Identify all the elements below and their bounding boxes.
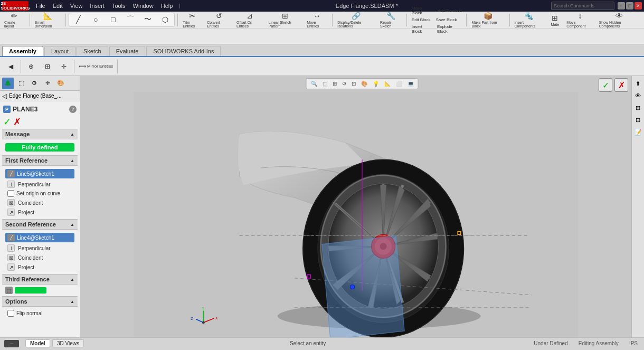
maximize-button[interactable]: □ bbox=[626, 2, 633, 10]
svg-text:Y: Y bbox=[202, 306, 204, 311]
vp-grid-btn[interactable]: ⬚ bbox=[320, 80, 329, 88]
accept-button[interactable]: ✓ bbox=[3, 116, 11, 128]
right-icon-3[interactable]: ⊞ bbox=[633, 102, 643, 113]
perpendicular-constraint-2[interactable]: ⊥ Perpendicular bbox=[5, 243, 74, 253]
viewport[interactable]: 🔍 ⬚ ⊞ ↺ ⊡ 🎨 💡 📐 ⬜ 💻 ✓ ✗ bbox=[80, 76, 644, 337]
arc-btn[interactable]: ⌒ bbox=[122, 14, 139, 26]
tab-assembly[interactable]: Assembly bbox=[2, 46, 43, 56]
vp-measure-btn[interactable]: 📐 bbox=[382, 80, 393, 88]
menu-window[interactable]: Window bbox=[130, 2, 157, 10]
sketch-snap-btn[interactable]: ⊕ bbox=[24, 62, 39, 71]
vp-zoom-btn[interactable]: 🔍 bbox=[309, 80, 319, 88]
offset-sketch-btn[interactable]: ⊞ Linear Sketch Pattern bbox=[267, 11, 304, 29]
float-cancel-button[interactable]: ✗ bbox=[614, 78, 628, 92]
convert-btn[interactable]: ↺ Convert Entities bbox=[205, 11, 233, 29]
status-dots: ··· bbox=[4, 340, 19, 347]
first-ref-header[interactable]: First Reference ▲ bbox=[2, 155, 78, 166]
rect-btn[interactable]: □ bbox=[105, 14, 121, 25]
make-part-btn[interactable]: 📦 Make Part from Block bbox=[469, 11, 506, 29]
model-tab[interactable]: Model bbox=[25, 339, 50, 347]
third-ref-chevron: ▲ bbox=[70, 277, 74, 282]
menu-view[interactable]: View bbox=[67, 2, 86, 10]
make-block-btn[interactable]: Make Block bbox=[410, 5, 435, 16]
float-accept-button[interactable]: ✓ bbox=[599, 78, 612, 92]
right-icon-4[interactable]: ⊡ bbox=[633, 115, 643, 125]
project-constraint-1[interactable]: ↗ Project bbox=[5, 207, 74, 217]
edit-block-btn[interactable]: Edit Block bbox=[410, 16, 433, 23]
perpendicular-icon-2: ⊥ bbox=[7, 244, 15, 252]
coincident-icon-1: ⊠ bbox=[7, 199, 15, 206]
second-ref-label: Second Reference bbox=[5, 221, 56, 228]
vp-monitor-btn[interactable]: 💻 bbox=[405, 80, 416, 88]
minimize-button[interactable]: − bbox=[618, 2, 625, 10]
under-defined-status: Under Defined bbox=[532, 340, 570, 346]
vp-section-btn[interactable]: ⊞ bbox=[330, 80, 339, 88]
menu-edit[interactable]: Edit bbox=[50, 2, 66, 10]
mate-btn[interactable]: ⊞ Mate bbox=[546, 13, 563, 27]
feature-tree-icon[interactable]: 🌲 bbox=[2, 78, 14, 89]
perpendicular-label-1: Perpendicular bbox=[18, 182, 51, 187]
repair-sketch-btn[interactable]: 🔧 Repair Sketch bbox=[378, 11, 404, 29]
3d-views-tab[interactable]: 3D Views bbox=[52, 339, 84, 347]
insert-comp-label: Insert Components bbox=[514, 21, 543, 28]
insert-block-btn[interactable]: Insert Block bbox=[410, 23, 434, 35]
spline-btn[interactable]: 〜 bbox=[139, 14, 156, 26]
vp-light-btn[interactable]: 💡 bbox=[371, 80, 381, 88]
menu-tools[interactable]: Tools bbox=[109, 2, 129, 10]
add-remove-btn[interactable]: Add/Remove bbox=[436, 7, 464, 14]
circle-btn[interactable]: ○ bbox=[87, 14, 104, 25]
project-constraint-2[interactable]: ↗ Project bbox=[5, 262, 74, 272]
set-origin-checkbox[interactable] bbox=[7, 190, 14, 197]
help-icon[interactable]: ? bbox=[69, 106, 77, 113]
mirror-entities-btn[interactable]: ⟺ Mirror Entities bbox=[77, 63, 115, 70]
property-manager-icon[interactable]: ⬚ bbox=[15, 78, 27, 89]
polygon-btn[interactable]: ⬡ bbox=[157, 14, 174, 25]
second-ref-header[interactable]: Second Reference ▲ bbox=[2, 219, 78, 230]
vp-rotate-btn[interactable]: ↺ bbox=[340, 80, 348, 88]
smart-dimension-btn[interactable]: 📐 Smart Dimension bbox=[33, 11, 63, 29]
sketch-grid-btn[interactable]: ⊞ bbox=[40, 62, 55, 71]
menu-help[interactable]: Help bbox=[158, 2, 176, 10]
right-icon-2[interactable]: 👁 bbox=[633, 90, 643, 101]
tab-addins[interactable]: SOLIDWORKS Add-Ins bbox=[146, 46, 221, 56]
offset-on-btn[interactable]: ⊿ Offset On Entities bbox=[234, 11, 266, 29]
add-relation-btn[interactable]: ✛ bbox=[56, 62, 71, 71]
show-hidden-btn[interactable]: 👁 Show Hidden Components bbox=[597, 11, 642, 29]
save-block-btn[interactable]: Save Block bbox=[433, 16, 459, 23]
menu-file[interactable]: File bbox=[33, 2, 49, 10]
close-button[interactable]: ✕ bbox=[634, 2, 642, 10]
menu-insert[interactable]: Insert bbox=[87, 2, 108, 10]
move-component-btn[interactable]: ↕ Move Component bbox=[564, 11, 595, 29]
vp-color-btn[interactable]: 🎨 bbox=[359, 80, 370, 88]
right-icon-5[interactable]: 📝 bbox=[633, 127, 643, 137]
perpendicular-label-2: Perpendicular bbox=[18, 245, 51, 251]
vp-view-btn[interactable]: ⊡ bbox=[349, 80, 358, 88]
move-entities-btn[interactable]: ↔ Move Entities bbox=[305, 11, 329, 29]
render-area: X Y Z bbox=[80, 92, 631, 337]
vp-display-btn[interactable]: ⬜ bbox=[394, 80, 404, 88]
options-section-header[interactable]: Options ▲ bbox=[2, 296, 78, 307]
exit-sketch-btn[interactable]: ◀ bbox=[3, 62, 18, 71]
tab-layout[interactable]: Layout bbox=[44, 46, 75, 56]
right-icon-1[interactable]: ⬆ bbox=[633, 78, 643, 89]
display-delete-btn[interactable]: 🔗 Display/Delete Relations bbox=[335, 11, 377, 29]
config-manager-icon[interactable]: ⚙ bbox=[29, 78, 40, 89]
insert-components-btn[interactable]: 🔩 Insert Components bbox=[512, 11, 545, 29]
flip-normal-checkbox[interactable] bbox=[7, 310, 14, 317]
explode-block-btn[interactable]: Explode Block bbox=[435, 23, 463, 35]
message-section-header[interactable]: Message ▲ bbox=[2, 129, 78, 139]
cancel-button[interactable]: ✗ bbox=[13, 116, 21, 128]
tab-sketch[interactable]: Sketch bbox=[77, 46, 108, 56]
breadcrumb-text: Edge Flange (Base_... bbox=[9, 93, 62, 99]
display-manager-icon[interactable]: 🎨 bbox=[55, 78, 67, 89]
create-layout-btn[interactable]: ✏ Create layout bbox=[2, 11, 27, 29]
coincident-constraint-2[interactable]: ⊠ Coincident bbox=[5, 253, 74, 262]
tab-evaluate[interactable]: Evaluate bbox=[109, 46, 146, 56]
coincident-constraint-1[interactable]: ⊠ Coincident bbox=[5, 198, 74, 207]
perpendicular-constraint-1[interactable]: ⊥ Perpendicular bbox=[5, 179, 74, 189]
search-input[interactable] bbox=[551, 2, 614, 10]
add-ins-icon[interactable]: ✛ bbox=[42, 78, 53, 89]
trim-btn[interactable]: ✂ Trim Entities bbox=[181, 11, 204, 29]
line-btn[interactable]: ╱ bbox=[70, 14, 87, 25]
third-ref-header[interactable]: Third Reference ▲ bbox=[2, 274, 78, 285]
